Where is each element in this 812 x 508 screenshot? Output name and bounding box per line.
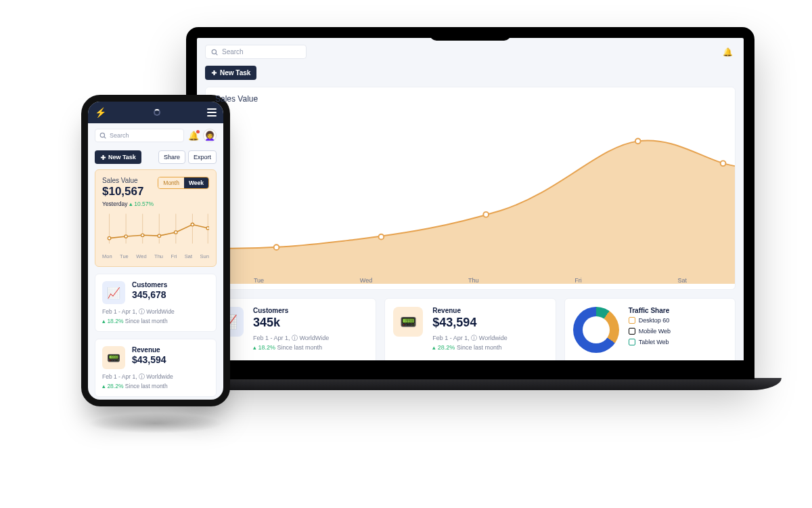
plus-icon — [211, 70, 217, 76]
phone-mock: ⚡ Search 🔔 👩‍🦱 New Task Share Export — [81, 95, 230, 406]
phone-shadow — [88, 413, 223, 433]
traffic-legend: Desktop 60 Mobile Web Tablet Web — [629, 316, 727, 345]
toggle-month[interactable]: Month — [158, 177, 184, 188]
laptop-mock: Search 🔔 New Task Sales Value Tue — [159, 27, 782, 390]
new-task-label: New Task — [108, 154, 136, 161]
sales-value-card: Sales Value $10,567 Yesterday ▴ 10.57% M… — [95, 169, 217, 267]
revenue-value: $43,594 — [132, 354, 166, 365]
customers-value: 345,678 — [132, 289, 167, 300]
legend-mobile: Mobile Web — [639, 328, 671, 335]
search-input[interactable]: Search — [95, 129, 184, 142]
customers-card: 📈 Customers 345k Feb 1 - Apr 1, ⓘ WorldW… — [205, 298, 376, 373]
customers-card: 📈 Customers 345,678 Feb 1 - Apr 1, ⓘ Wor… — [95, 274, 217, 332]
svg-point-23 — [158, 234, 160, 237]
customers-label: Customers — [132, 281, 167, 289]
notification-dot — [196, 130, 200, 133]
sales-line-chart — [206, 87, 735, 284]
revenue-growth: ▴ 28.2% Since last month — [432, 344, 547, 351]
customers-growth: ▴ 18.2% Since last month — [253, 344, 367, 351]
new-task-label: New Task — [220, 69, 250, 77]
search-icon — [99, 132, 106, 139]
svg-point-5 — [378, 234, 384, 240]
laptop-base — [159, 378, 782, 390]
svg-point-0 — [212, 49, 216, 54]
search-placeholder: Search — [110, 132, 129, 139]
revenue-label: Revenue — [132, 346, 166, 354]
customers-growth: ▴ 18.2% Since last month — [102, 318, 209, 324]
notch — [430, 31, 511, 41]
legend-desktop: Desktop 60 — [639, 317, 670, 324]
phone-navbar: ⚡ — [88, 102, 223, 123]
topbar: Search 🔔 — [205, 45, 736, 59]
sales-value-chart-card: Sales Value Tue Wed Thu Fri Sat — [205, 87, 736, 290]
tick: Thu — [468, 277, 479, 284]
tick: Wed — [360, 277, 372, 284]
svg-point-9 — [100, 133, 104, 137]
spinner-icon — [154, 109, 160, 116]
svg-point-21 — [125, 235, 127, 238]
revenue-icon: 📟 — [102, 346, 125, 369]
chart-title: Sales Value — [215, 94, 258, 104]
bolt-icon: ⚡ — [95, 107, 106, 118]
toggle-week[interactable]: Week — [184, 177, 208, 188]
customers-value: 345k — [253, 316, 367, 330]
revenue-icon: 📟 — [393, 307, 423, 337]
sales-label: Sales Value — [102, 177, 154, 184]
stat-cards-row: 📈 Customers 345k Feb 1 - Apr 1, ⓘ WorldW… — [205, 298, 736, 373]
customers-icon: 📈 — [102, 281, 125, 304]
revenue-growth: ▴ 28.2% Since last month — [102, 383, 209, 389]
tick: Tue — [254, 277, 264, 284]
plus-icon — [100, 154, 106, 161]
svg-point-7 — [635, 138, 641, 144]
svg-point-22 — [141, 234, 143, 236]
bell-icon[interactable]: 🔔 — [723, 47, 733, 57]
search-icon — [211, 49, 218, 56]
traffic-share-card: Traffic Share Desktop 60 Mobile Web Tabl… — [564, 298, 736, 373]
tick: Sat — [678, 277, 687, 284]
search-input[interactable]: Search — [205, 45, 307, 59]
svg-point-20 — [108, 236, 110, 239]
sales-sub: Yesterday ▴ 10.57% — [102, 200, 154, 207]
avatar[interactable]: 👩‍🦱 — [203, 129, 217, 142]
x-axis: Tue Wed Thu Fri Sat — [206, 277, 735, 284]
traffic-label: Traffic Share — [629, 307, 727, 314]
export-button[interactable]: Export — [188, 150, 217, 164]
svg-point-24 — [175, 231, 177, 234]
revenue-card: 📟 Revenue $43,594 Feb 1 - Apr 1, ⓘ World… — [95, 339, 217, 397]
new-task-button[interactable]: New Task — [205, 66, 256, 80]
revenue-meta: Feb 1 - Apr 1, ⓘ Worldwide — [432, 334, 547, 343]
hamburger-icon[interactable] — [207, 108, 217, 117]
bell-icon[interactable]: 🔔 — [188, 131, 199, 141]
customers-meta: Feb 1 - Apr 1, ⓘ WorldWide — [102, 308, 209, 316]
phone-toolbar: Search 🔔 👩‍🦱 — [88, 123, 223, 148]
legend-tablet: Tablet Web — [639, 339, 669, 345]
search-placeholder: Search — [222, 48, 244, 56]
legend-swatch — [629, 339, 635, 345]
customers-meta: Feb 1 - Apr 1, ⓘ WorldWide — [253, 334, 367, 343]
svg-point-4 — [274, 245, 279, 250]
revenue-label: Revenue — [432, 307, 547, 314]
revenue-value: $43,594 — [432, 316, 547, 330]
svg-point-25 — [191, 223, 194, 226]
legend-swatch — [629, 328, 635, 335]
svg-point-6 — [483, 212, 489, 217]
svg-point-8 — [721, 161, 726, 166]
x-axis: MonTueWedThuFriSatSun — [102, 253, 209, 259]
legend-swatch — [629, 317, 635, 324]
sales-mini-chart — [102, 211, 209, 252]
revenue-card: 📟 Revenue $43,594 Feb 1 - Apr 1, ⓘ World… — [384, 298, 556, 373]
svg-line-10 — [104, 137, 106, 139]
action-row: New Task Share Export — [88, 148, 223, 169]
sales-value: $10,567 — [102, 185, 154, 198]
share-button[interactable]: Share — [158, 150, 185, 164]
customers-label: Customers — [253, 307, 367, 314]
revenue-meta: Feb 1 - Apr 1, ⓘ Worldwide — [102, 373, 209, 381]
svg-point-26 — [206, 227, 209, 230]
laptop-screen: Search 🔔 New Task Sales Value Tue — [186, 27, 754, 379]
time-range-toggle[interactable]: Month Week — [158, 177, 209, 189]
traffic-donut — [573, 307, 619, 353]
svg-line-1 — [216, 53, 218, 55]
new-task-button[interactable]: New Task — [95, 150, 141, 164]
tick: Fri — [574, 277, 582, 284]
